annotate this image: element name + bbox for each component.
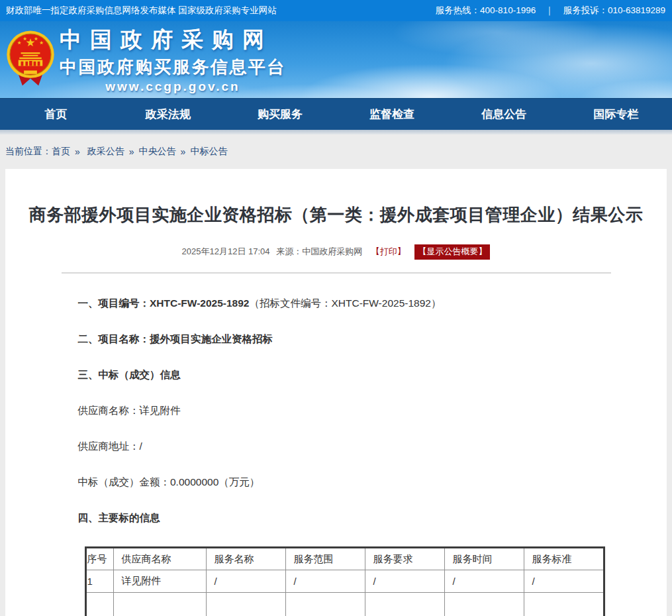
breadcrumb-item-home[interactable]: 首页 — [52, 146, 70, 158]
paragraph-project-number: 一、项目编号：XHTC-FW-2025-1892（招标文件编号：XHTC-FW-… — [62, 296, 611, 311]
breadcrumb-separator: » — [181, 146, 186, 157]
nav-item-announcements[interactable]: 信息公告 — [448, 99, 560, 130]
nav-item-supervision[interactable]: 监督检查 — [336, 99, 448, 130]
title-divider — [62, 272, 611, 274]
table-header-supplier-name: 供应商名称 — [113, 548, 206, 570]
topbar-separator: ｜ — [545, 5, 553, 17]
table-header-service-time: 服务时间 — [444, 548, 524, 570]
national-emblem-icon[interactable]: ★ ★ ★ ★ ★ — [5, 29, 56, 93]
table-header-service-standard: 服务标准 — [524, 548, 604, 570]
table-header-service-requirements: 服务要求 — [365, 548, 444, 570]
nav-item-regulations[interactable]: 政采法规 — [112, 99, 224, 130]
article-title: 商务部援外项目实施企业资格招标（第一类：援外成套项目管理企业）结果公示 — [5, 169, 667, 227]
breadcrumb-item-procurement-announcements[interactable]: 政采公告 — [87, 146, 124, 158]
nav-item-international[interactable]: 国际专栏 — [560, 99, 672, 130]
topbar: 财政部唯一指定政府采购信息网络发布媒体 国家级政府采购专业网站 服务热线：400… — [0, 0, 672, 21]
table-header-service-scope: 服务范围 — [285, 548, 365, 570]
platform-name: 中国政府购买服务信息平台 — [60, 56, 286, 79]
breadcrumb: 当前位置： 首页 » 政采公告 » 中央公告 » 中标公告 — [0, 134, 672, 169]
page: 财政部唯一指定政府采购信息网络发布媒体 国家级政府采购专业网站 服务热线：400… — [0, 0, 672, 616]
article-meta: 2025年12月12日 17:04 来源：中国政府采购网 【打印】 【显示公告概… — [5, 244, 667, 260]
table-row: 1 详见附件 / / / / / — [85, 570, 604, 593]
breadcrumb-separator: » — [129, 146, 134, 157]
svg-text:★: ★ — [17, 39, 22, 45]
service-hotline: 服务热线：400-810-1996 — [436, 5, 536, 17]
breadcrumb-item-central-announcements[interactable]: 中央公告 — [139, 146, 176, 158]
nav-item-home[interactable]: 首页 — [0, 99, 112, 130]
article-source: 来源：中国政府采购网 — [276, 246, 362, 256]
table-row-empty — [85, 593, 604, 616]
nav-divider — [0, 130, 672, 134]
print-button[interactable]: 【打印】 — [371, 246, 406, 256]
table-header-index: 序号 — [85, 548, 113, 570]
main-nav: 首页 政采法规 购买服务 监督检查 信息公告 国际专栏 — [0, 98, 672, 130]
bid-info-table: 序号 供应商名称 服务名称 服务范围 服务要求 服务时间 服务标准 1 详见附件 — [85, 546, 605, 616]
breadcrumb-separator: » — [75, 146, 80, 157]
paragraph-main-subject-heading: 四、主要标的信息 — [62, 511, 611, 525]
publish-datetime: 2025年12月12日 17:04 — [182, 246, 270, 256]
breadcrumb-prefix: 当前位置： — [5, 146, 52, 158]
content-area: 商务部援外项目实施企业资格招标（第一类：援外成套项目管理企业）结果公示 2025… — [0, 169, 672, 616]
topbar-slogan: 财政部唯一指定政府采购信息网络发布媒体 国家级政府采购专业网站 — [6, 5, 277, 17]
paragraph-project-name: 二、项目名称：援外项目实施企业资格招标 — [62, 332, 611, 346]
paragraph-supplier-address: 供应商地址：/ — [62, 439, 611, 454]
breadcrumb-item-award-announcements[interactable]: 中标公告 — [190, 146, 227, 158]
nav-item-purchase-services[interactable]: 购买服务 — [224, 99, 336, 130]
table-header-row: 序号 供应商名称 服务名称 服务范围 服务要求 服务时间 服务标准 — [85, 548, 604, 570]
svg-text:★: ★ — [34, 35, 38, 41]
paragraph-supplier-name: 供应商名称：详见附件 — [62, 403, 611, 418]
site-url[interactable]: www.ccgp.gov.cn — [60, 79, 286, 94]
site-name: 中国政府采购网 — [60, 25, 286, 55]
svg-text:★: ★ — [23, 35, 27, 41]
paragraph-award-amount: 中标（成交）金额：0.0000000（万元） — [62, 475, 611, 489]
table-header-service-name: 服务名称 — [206, 548, 285, 570]
svg-text:★: ★ — [39, 39, 44, 45]
topbar-contacts: 服务热线：400-810-1996 ｜ 服务投诉：010-63819289 — [436, 5, 665, 17]
site-header: ★ ★ ★ ★ ★ 中国政府采购网 中国政府购买服务信息平台 www.ccgp.… — [0, 21, 672, 98]
service-complaint: 服务投诉：010-63819289 — [563, 5, 665, 17]
article-body: 一、项目编号：XHTC-FW-2025-1892（招标文件编号：XHTC-FW-… — [62, 296, 611, 616]
site-title-block: 中国政府采购网 中国政府购买服务信息平台 www.ccgp.gov.cn — [60, 25, 286, 94]
show-summary-button[interactable]: 【显示公告概要】 — [414, 244, 490, 260]
paragraph-award-info-heading: 三、中标（成交）信息 — [62, 368, 611, 382]
article-panel: 商务部援外项目实施企业资格招标（第一类：援外成套项目管理企业）结果公示 2025… — [5, 169, 667, 616]
